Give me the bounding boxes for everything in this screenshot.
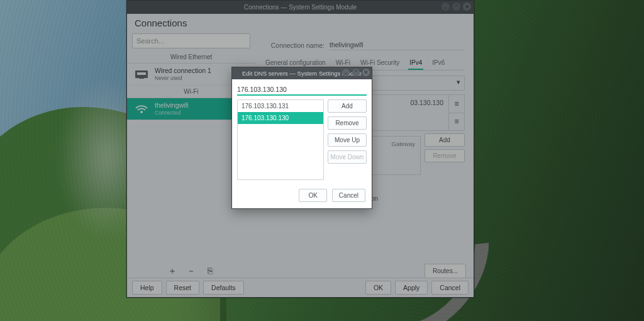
dns-movedown-button[interactable]: Move Down [328,150,367,164]
dns-input-value: 176.103.130.130 [237,86,287,93]
modal-maximize-icon[interactable]: ⌃ [352,69,360,76]
modal-titlebar[interactable]: Edit DNS servers — System Settings Modul… [232,67,372,79]
dns-list[interactable]: 176.103.130.131 176.103.130.130 [237,99,324,180]
modal-minimize-icon[interactable]: ⌄ [342,69,350,76]
modal-cancel-button[interactable]: Cancel [332,189,365,202]
dns-moveup-button[interactable]: Move Up [328,133,367,147]
modal-close-icon[interactable]: ✕ [362,69,370,76]
dns-list-item[interactable]: 176.103.130.131 [238,100,323,112]
modal-ok-button[interactable]: OK [299,189,326,202]
dns-add-button[interactable]: Add [328,99,367,113]
edit-dns-modal: Edit DNS servers — System Settings Modul… [231,67,372,209]
dns-list-item-selected[interactable]: 176.103.130.130 [238,112,323,124]
dns-input[interactable]: 176.103.130.130 [237,84,367,96]
dns-remove-button[interactable]: Remove [328,116,367,130]
